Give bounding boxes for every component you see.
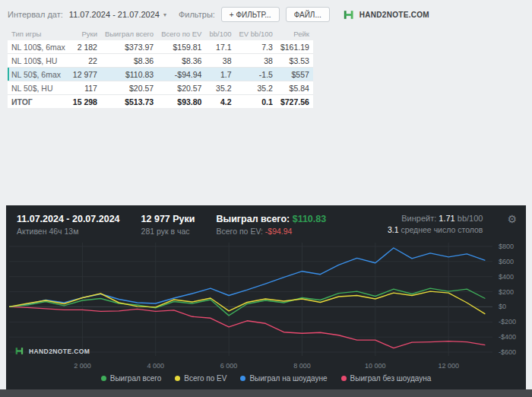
chevron-down-icon: ▾ — [163, 11, 166, 18]
legend-dot-icon — [175, 376, 180, 381]
game-type-cell: NL 100$, 6max — [8, 40, 69, 54]
column-header[interactable]: Выиграл всего — [101, 27, 157, 40]
watermark-text: HAND2NOTE.COM — [29, 348, 90, 355]
svg-text:12 000: 12 000 — [438, 362, 459, 370]
table-row[interactable]: NL 50$, HU117$20.57$20.5735.235.2$5.84 — [8, 81, 313, 95]
value-cell: 0.1 — [236, 95, 277, 109]
hand2note-logo-icon — [15, 347, 25, 355]
value-cell: 22 — [69, 54, 101, 68]
add-filter-button[interactable]: + ФИЛЬТР... — [221, 7, 280, 22]
svg-text:10 000: 10 000 — [365, 362, 386, 370]
value-cell: 7.3 — [236, 40, 277, 54]
column-header[interactable]: Руки — [69, 27, 101, 40]
window-bottom-edge — [0, 389, 532, 397]
gear-icon[interactable]: ⚙ — [507, 214, 517, 224]
legend-item[interactable]: Всего по EV — [175, 374, 226, 383]
value-cell: $110.83 — [101, 68, 157, 81]
table-row[interactable]: NL 100$, HU22$8.36$8.363838$3.53 — [8, 54, 313, 68]
legend-label: Всего по EV — [184, 374, 226, 383]
value-cell: $513.73 — [101, 95, 157, 109]
value-cell: $93.80 — [157, 95, 205, 109]
game-type-cell: NL 50$, 6max — [8, 68, 69, 81]
value-cell: $161.19 — [277, 40, 313, 54]
svg-text:$800: $800 — [499, 243, 514, 250]
session-result-block: Выиграл всего: $110.83 Всего по EV: -$94… — [216, 214, 326, 236]
value-cell: $373.97 — [101, 40, 157, 54]
winrate-block: Винрейт: 1.71 bb/100 3.1 среднее число с… — [388, 214, 483, 234]
date-interval-label: Интервал дат: — [8, 10, 63, 19]
stats-table-head-row: Тип игрыРукиВыиграл всегоВсего по EVbb/1… — [8, 27, 313, 40]
filters-label: Фильтры: — [179, 10, 215, 19]
game-type-cell: ИТОГ — [8, 95, 69, 109]
stats-table-body: NL 100$, 6max2 182$373.97$159.8117.17.3$… — [8, 40, 313, 108]
value-cell: $8.36 — [101, 54, 157, 68]
value-cell: 2 182 — [69, 40, 101, 54]
file-button[interactable]: ФАЙЛ... — [286, 7, 330, 22]
brand-text: HAND2NOTE.COM — [359, 11, 429, 19]
chart-watermark: HAND2NOTE.COM — [15, 347, 90, 355]
legend-dot-icon — [341, 376, 347, 381]
value-cell: $159.81 — [157, 40, 205, 54]
legend-dot-icon — [240, 376, 245, 381]
value-cell: 12 977 — [69, 68, 101, 81]
table-row[interactable]: NL 100$, 6max2 182$373.97$159.8117.17.3$… — [8, 40, 313, 54]
svg-text:$200: $200 — [499, 288, 514, 296]
column-header[interactable]: Рейк — [277, 27, 313, 40]
winrate-label: Винрейт: — [401, 214, 436, 223]
session-date-block: 11.07.2024 - 20.07.2024 Активен 46ч 13м — [17, 214, 120, 236]
value-cell: 38 — [205, 54, 235, 68]
value-cell: $5.84 — [277, 81, 313, 95]
avg-tables-value: 3.1 — [388, 225, 399, 234]
session-hands: 12 977 Руки — [141, 214, 195, 224]
value-cell: 17.1 — [205, 40, 235, 54]
session-hands-per-hour: 281 рук в час — [141, 227, 195, 236]
panel-header: 11.07.2024 - 20.07.2024 Активен 46ч 13м … — [6, 205, 526, 239]
value-cell: 35.2 — [205, 81, 235, 95]
won-total-value: $110.83 — [293, 214, 327, 224]
game-type-cell: NL 100$, HU — [8, 54, 69, 68]
svg-text:2 000: 2 000 — [74, 362, 91, 370]
value-cell: 35.2 — [236, 81, 277, 95]
ev-total-value: -$94.94 — [265, 227, 293, 236]
value-cell: 117 — [69, 81, 101, 95]
legend-item[interactable]: Выиграл на шоудауне — [240, 374, 327, 383]
ev-total-label: Всего по EV: — [216, 227, 262, 236]
value-cell: $8.36 — [157, 54, 205, 68]
value-cell: $727.56 — [277, 95, 313, 109]
svg-text:-$200: -$200 — [499, 318, 516, 326]
session-active-time: Активен 46ч 13м — [17, 227, 120, 236]
legend-label: Выиграл на шоудауне — [249, 374, 327, 383]
value-cell: $557 — [277, 68, 313, 81]
column-header[interactable]: Всего по EV — [157, 27, 205, 40]
legend-item[interactable]: Выиграл всего — [101, 374, 162, 383]
value-cell: $20.57 — [101, 81, 157, 95]
column-header[interactable]: EV bb/100 — [236, 27, 277, 40]
table-row[interactable]: ИТОГ15 298$513.73$93.804.20.1$727.56 — [8, 95, 313, 109]
chart-legend: Выиграл всегоВсего по EVВыиграл на шоуда… — [6, 374, 526, 383]
legend-label: Выиграл без шоудауна — [350, 374, 432, 383]
date-interval-dropdown[interactable]: 11.07.2024 - 21.07.2024 ▾ — [69, 10, 166, 19]
winrate-unit: bb/100 — [458, 214, 483, 223]
column-header[interactable]: bb/100 — [205, 27, 235, 40]
value-cell: 15 298 — [69, 95, 101, 109]
column-header[interactable]: Тип игры — [8, 27, 69, 40]
avg-tables-label: среднее число столов — [401, 225, 483, 234]
value-cell: 38 — [236, 54, 277, 68]
app-window: Интервал дат: 11.07.2024 - 21.07.2024 ▾ … — [0, 0, 532, 397]
svg-text:6 000: 6 000 — [220, 362, 238, 370]
svg-text:$0: $0 — [499, 303, 506, 310]
table-row[interactable]: NL 50$, 6max12 977$110.83-$94.941.7-1.5$… — [8, 68, 313, 81]
game-type-cell: NL 50$, HU — [8, 81, 69, 95]
value-cell: 1.7 — [205, 68, 235, 81]
won-total-label: Выиграл всего: — [216, 214, 290, 224]
session-date-range: 11.07.2024 - 20.07.2024 — [17, 214, 120, 224]
legend-item[interactable]: Выиграл без шоудауна — [341, 374, 432, 383]
svg-text:-$400: -$400 — [499, 333, 516, 341]
toolbar: Интервал дат: 11.07.2024 - 21.07.2024 ▾ … — [8, 6, 524, 23]
value-cell: $3.53 — [277, 54, 313, 68]
session-chart-panel: 11.07.2024 - 20.07.2024 Активен 46ч 13м … — [6, 205, 526, 389]
hand2note-logo-icon — [344, 10, 356, 20]
svg-text:8 000: 8 000 — [293, 362, 311, 370]
svg-text:-$600: -$600 — [499, 348, 516, 356]
svg-text:$400: $400 — [499, 273, 514, 281]
